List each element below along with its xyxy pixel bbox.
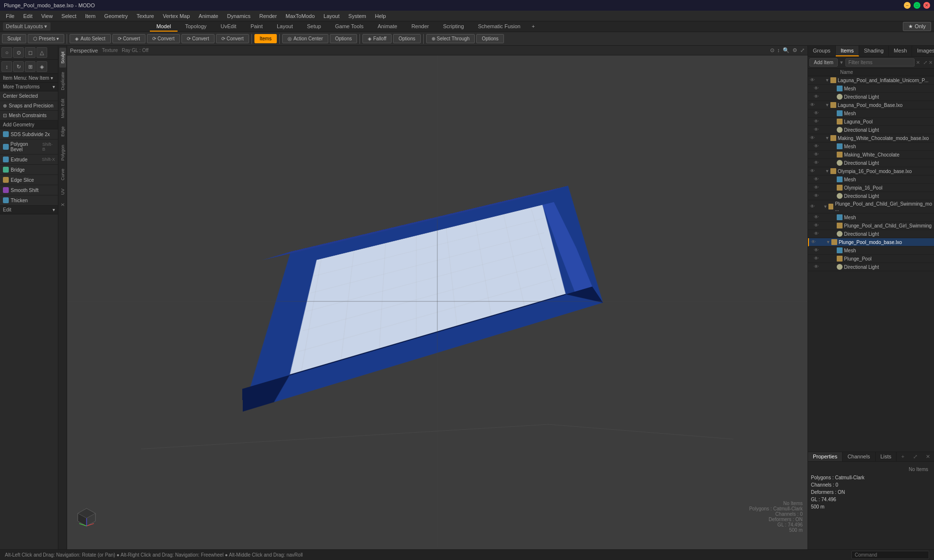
menu-maxtomodo[interactable]: MaxToModo xyxy=(282,12,319,20)
viewport-canvas[interactable]: No Items Polygons : Catmull-Clark Channe… xyxy=(67,55,808,547)
tab-lists[interactable]: Lists xyxy=(876,452,897,461)
tab-schematic-fusion[interactable]: Schematic Fusion xyxy=(471,22,527,32)
menu-view[interactable]: View xyxy=(37,12,57,20)
sphere-tool[interactable]: ○ xyxy=(1,47,12,58)
menu-layout[interactable]: Layout xyxy=(320,12,343,20)
tree-item-plunge-swimming[interactable]: 👁 ▼ Plunge_Pool_and_Child_Girl_Swimming_… xyxy=(808,200,934,213)
tab-uvedit[interactable]: UvEdit xyxy=(214,22,243,32)
tree-item-dirlight-1[interactable]: 👁 Directional Light xyxy=(808,93,934,101)
only-button[interactable]: ★ Only xyxy=(903,22,931,31)
thicken-btn[interactable]: Thicken xyxy=(0,195,58,206)
arrow-4[interactable]: ▼ xyxy=(825,169,829,174)
tab-channels[interactable]: Channels xyxy=(843,452,875,461)
menu-geometry[interactable]: Geometry xyxy=(100,12,131,20)
eye-icon-6[interactable]: 👁 xyxy=(811,239,817,245)
smooth-shift-btn[interactable]: Smooth Shift xyxy=(0,185,58,195)
eye-icon-sw[interactable]: 👁 xyxy=(814,223,820,228)
tree-item-olympia[interactable]: 👁 ▼ Olympia_16_Pool_modo_base.lxo xyxy=(808,167,934,175)
arrow-6[interactable]: ▼ xyxy=(826,240,830,245)
tree-item-mesh-2[interactable]: 👁 Mesh xyxy=(808,109,934,118)
menu-render[interactable]: Render xyxy=(255,12,281,20)
options1-button[interactable]: Options xyxy=(330,34,357,43)
tab-layout[interactable]: Layout xyxy=(270,22,300,32)
filter-clear-icon[interactable]: ✕ xyxy=(916,60,920,65)
eye-icon-dl6[interactable]: 👁 xyxy=(814,264,820,270)
vert-tab-duplicate[interactable]: Duplicate xyxy=(59,68,66,94)
tab-properties[interactable]: Properties xyxy=(808,452,843,461)
restore-button[interactable]: □ xyxy=(914,2,920,9)
arrow-3[interactable]: ▼ xyxy=(825,136,829,140)
eye-icon-ol[interactable]: 👁 xyxy=(814,185,820,191)
tab-shading[interactable]: Shading xyxy=(859,46,889,56)
move-tool[interactable]: ↕ xyxy=(1,61,12,72)
tree-item-swimming-folder[interactable]: 👁 Plunge_Pool_and_Child_Girl_Swimming xyxy=(808,222,934,230)
panel-expand-icon[interactable]: ⤢ xyxy=(923,60,927,65)
tree-item-olympia-folder[interactable]: 👁 Olympia_16_Pool xyxy=(808,184,934,192)
props-tab-add[interactable]: + xyxy=(898,452,908,461)
eye-icon-lp[interactable]: 👁 xyxy=(814,119,820,124)
eye-icon-dl3[interactable]: 👁 xyxy=(814,160,820,166)
vp-home-icon[interactable]: ⊙ xyxy=(770,47,774,53)
falloff-button[interactable]: ◈ Falloff xyxy=(362,34,392,43)
select-through-button[interactable]: ⊕ Select Through xyxy=(426,34,475,43)
tree-item-dirlight-5[interactable]: 👁 Directional Light xyxy=(808,230,934,238)
mesh-constraints-btn[interactable]: ⊡ Mesh Constraints xyxy=(0,111,58,121)
new-item-header[interactable]: Item Menu: New Item ▾ xyxy=(0,74,58,83)
eye-icon-m2[interactable]: 👁 xyxy=(814,110,820,116)
tab-game-tools[interactable]: Game Tools xyxy=(328,22,371,32)
tree-item-dirlight-4[interactable]: 👁 Directional Light xyxy=(808,192,934,200)
layout-tab-add[interactable]: + xyxy=(528,22,539,32)
menu-dynamics[interactable]: Dynamics xyxy=(223,12,254,20)
sds-subdivide-btn[interactable]: SDS Subdivide 2x xyxy=(0,129,58,140)
tree-item-plunge-pool-folder[interactable]: 👁 Plunge_Pool xyxy=(808,255,934,263)
eye-icon-pp[interactable]: 👁 xyxy=(814,256,820,262)
polygon-bevel-btn[interactable]: Polygon Bevel Shift-B xyxy=(0,140,58,155)
vert-tab-sculpt[interactable]: Sculpt xyxy=(59,48,66,68)
menu-edit[interactable]: Edit xyxy=(19,12,36,20)
more-transforms-btn[interactable]: More Transforms ▾ xyxy=(0,83,58,91)
eye-icon-2[interactable]: 👁 xyxy=(810,102,816,108)
convert2-button[interactable]: ⟳ Convert xyxy=(147,34,180,43)
vert-tab-mesh-edit[interactable]: Mesh Edit xyxy=(59,95,66,122)
tree-item-mesh-4[interactable]: 👁 Mesh xyxy=(808,175,934,184)
eye-icon-dl1[interactable]: 👁 xyxy=(814,94,820,100)
tree-item-dirlight-6[interactable]: 👁 Directional Light xyxy=(808,263,934,271)
tab-groups[interactable]: Groups xyxy=(808,46,836,56)
box-tool[interactable]: ◻ xyxy=(25,47,36,58)
sculpt-button[interactable]: Sculpt xyxy=(2,34,26,43)
tab-paint[interactable]: Paint xyxy=(244,22,269,32)
tab-scripting[interactable]: Scripting xyxy=(436,22,471,32)
extrude-btn[interactable]: Extrude Shift-X xyxy=(0,155,58,165)
presets-button[interactable]: ⬡ Presets ▾ xyxy=(28,34,65,43)
bridge-btn[interactable]: Bridge xyxy=(0,165,58,175)
menu-system[interactable]: System xyxy=(344,12,370,20)
vert-tab-edge[interactable]: Edge xyxy=(59,122,66,140)
tree-item-mesh-3[interactable]: 👁 Mesh xyxy=(808,142,934,151)
menu-animate[interactable]: Animate xyxy=(195,12,222,20)
tab-images[interactable]: Images xyxy=(912,46,934,56)
vert-tab-x[interactable]: X xyxy=(59,199,66,210)
vp-fit-icon[interactable]: ↕ xyxy=(777,47,780,53)
arrow-1[interactable]: ▼ xyxy=(825,78,829,83)
tab-topology[interactable]: Topology xyxy=(178,22,213,32)
eye-icon-4[interactable]: 👁 xyxy=(810,168,816,174)
eye-icon-dl4[interactable]: 👁 xyxy=(814,193,820,199)
menu-texture[interactable]: Texture xyxy=(133,12,158,20)
tree-item-mesh-5[interactable]: 👁 Mesh xyxy=(808,213,934,222)
torus-tool[interactable]: ⊙ xyxy=(13,47,24,58)
scale-tool[interactable]: ⊞ xyxy=(25,61,36,72)
tab-setup[interactable]: Setup xyxy=(300,22,328,32)
edit-header[interactable]: Edit ▾ xyxy=(0,206,58,214)
arrow-2[interactable]: ▼ xyxy=(825,103,829,107)
cone-tool[interactable]: △ xyxy=(36,47,47,58)
eye-icon-5[interactable]: 👁 xyxy=(810,204,815,210)
add-item-button[interactable]: Add Item xyxy=(809,58,838,67)
filter-items-input[interactable] xyxy=(845,58,915,67)
tab-model[interactable]: Model xyxy=(150,22,178,32)
eye-icon-dl2[interactable]: 👁 xyxy=(814,127,820,133)
tree-item-laguna-pool-folder[interactable]: 👁 Laguna_Pool xyxy=(808,118,934,126)
eye-icon-m4[interactable]: 👁 xyxy=(814,176,820,182)
eye-icon-1[interactable]: 👁 xyxy=(810,77,816,83)
tab-animate[interactable]: Animate xyxy=(371,22,404,32)
convert4-button[interactable]: ⟳ Convert xyxy=(216,34,249,43)
